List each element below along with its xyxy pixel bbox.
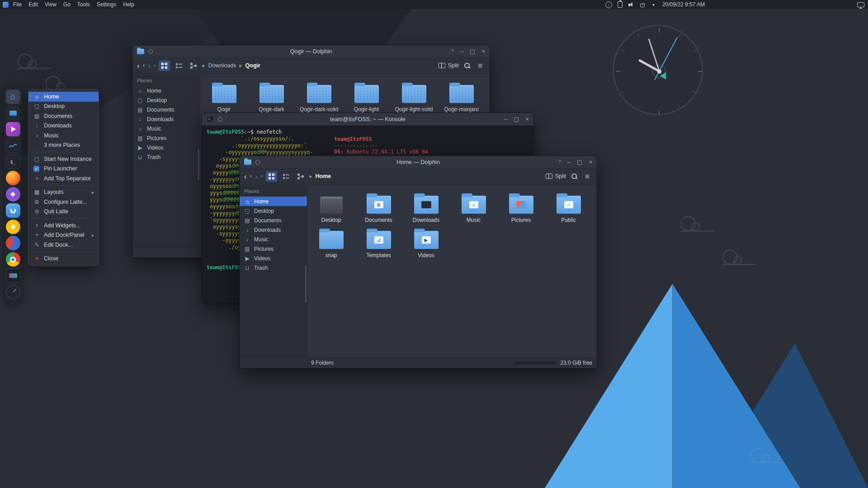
back-history-caret[interactable]: ▾ [143,63,145,68]
breadcrumb-qogir[interactable]: Qogir [245,62,260,69]
places-item-music[interactable]: ♪Music [240,235,307,244]
dock-item-system-monitor[interactable] [6,138,20,153]
folder-qogir-dark[interactable]: Qogir-dark [248,80,295,116]
compact-view-button[interactable] [280,171,292,182]
dock-item-chrome[interactable] [6,252,20,267]
context-item-close[interactable]: × Close [28,254,99,264]
folder-qogir[interactable]: Qogir [200,80,248,116]
context-item-more-places[interactable]: 3 more Places [28,141,99,150]
hamburger-menu-icon[interactable]: ≡ [475,62,485,70]
context-item-configure-latte[interactable]: ⚙ Configure Latte... [28,197,99,207]
pin-window-icon[interactable] [148,49,153,54]
places-item-videos[interactable]: ▶Videos [240,253,307,263]
dock-item-plasma-app[interactable] [6,187,20,202]
titlebar[interactable]: >_ team@ItsFOSS: ~ — Konsole – ▢ × [202,113,533,126]
folder-documents[interactable]: ≣Documents [355,191,402,226]
folder-music[interactable]: ♪Music [450,191,497,226]
dock-item-paint-app[interactable] [6,236,20,250]
menu-tools[interactable]: Tools [77,1,90,8]
menu-view[interactable]: View [45,1,57,8]
help-button[interactable]: ? [451,49,454,54]
back-history-caret[interactable]: ▾ [250,174,252,178]
folder-qogir-dark-solid[interactable]: Qogir-dark-solid [295,80,343,116]
maximize-button[interactable]: ▢ [577,159,582,165]
context-item-add-widgets[interactable]: + Add Widgets... [28,221,99,230]
places-item-desktop[interactable]: ▢Desktop [132,95,200,105]
context-item-quit-latte[interactable]: ⊘ Quit Latte [28,207,99,217]
split-button[interactable]: Split [546,173,566,179]
context-item-pin-launcher[interactable]: ✓ Pin Launcher [28,164,99,174]
details-view-button[interactable] [188,61,199,71]
places-item-trash[interactable]: ⊔Trash [132,152,200,162]
forward-button[interactable]: › [148,62,151,70]
places-item-downloads[interactable]: ↓Downloads [132,114,200,124]
folder-pictures[interactable]: Pictures [497,191,545,226]
dock-item-firefox[interactable] [6,171,20,185]
places-item-documents[interactable]: ▤Documents [240,216,307,225]
details-view-button[interactable] [295,171,306,182]
menu-go[interactable]: Go [63,1,71,8]
dock-item-terminal[interactable]: $_ [6,155,20,169]
minimize-button[interactable]: – [567,159,571,165]
split-button[interactable]: Split [439,62,459,69]
folder-qogir-manjaro[interactable]: Qogir-manjaro [438,80,485,116]
forward-button[interactable]: › [255,173,258,180]
titlebar[interactable]: Qogir — Dolphin ? – ▢ × [132,45,490,58]
places-item-desktop[interactable]: ▢Desktop [240,206,307,216]
minimize-button[interactable]: – [460,48,463,54]
dock-item-kvantum[interactable] [6,203,20,218]
places-item-pictures[interactable]: ▨Pictures [240,244,307,253]
breadcrumb-downloads[interactable]: Downloads [208,62,236,69]
places-scrollbar[interactable] [198,149,199,180]
hamburger-menu-icon[interactable]: ≡ [582,173,592,180]
search-icon[interactable] [462,62,472,69]
checked-checkbox-icon[interactable]: ✓ [33,166,39,172]
menu-settings[interactable]: Settings [97,1,116,8]
dock-item-screen-recorder[interactable] [6,268,20,283]
context-item-edit-dock[interactable]: ✎ Edit Dock... [28,240,99,250]
maximize-button[interactable]: ▢ [470,48,475,54]
places-item-trash[interactable]: ⊔Trash [240,263,307,272]
dock-item-system-gauge[interactable] [6,285,20,299]
forward-history-caret[interactable]: ▾ [261,174,263,178]
menu-file[interactable]: File [13,1,22,8]
maximize-button[interactable]: ▢ [514,116,519,122]
dock-item-file-manager[interactable] [6,106,20,120]
context-item-home[interactable]: ⌂ Home [28,92,99,102]
forward-history-caret[interactable]: ▾ [154,63,156,68]
folder-downloads[interactable]: Downloads [402,191,450,226]
icons-view-button[interactable] [159,61,170,71]
help-button[interactable]: ? [558,160,561,164]
menubar-clock[interactable]: 20/09/22 9:57 AM [662,1,705,8]
dock-item-color-app[interactable] [6,220,20,234]
volume-icon[interactable] [628,1,635,8]
context-item-new-instance[interactable]: ▢ Start New Instance [28,154,99,164]
titlebar[interactable]: Home — Dolphin ? – ▢ × [240,156,597,169]
dock-item-home[interactable]: ⌂ [6,89,20,104]
context-item-documents[interactable]: ▤ Documents [28,111,99,121]
folder-desktop[interactable]: Desktop [307,191,355,226]
folder-qogir-light-solid[interactable]: Qogir-light-solid [390,80,438,116]
places-item-videos[interactable]: ▶Videos [132,143,200,152]
compact-view-button[interactable] [173,61,184,71]
dock-item-media-player[interactable] [6,122,20,136]
context-item-layouts[interactable]: ▦ Layouts ▸ [28,188,99,197]
pin-window-icon[interactable] [218,117,222,122]
folder-templates[interactable]: ⊿Templates [355,226,402,262]
places-scrollbar[interactable] [305,265,307,302]
folder-snap[interactable]: snap [307,226,355,262]
app-icon[interactable] [3,2,9,8]
context-item-downloads[interactable]: ↓ Downloads [28,121,99,131]
clipboard-icon[interactable] [618,1,623,8]
tray-expand-icon[interactable]: ▾ [650,1,657,8]
places-item-music[interactable]: ♪Music [132,124,200,133]
back-button[interactable]: ‹ [244,173,247,180]
pin-window-icon[interactable] [255,160,260,164]
back-button[interactable]: ‹ [137,62,140,70]
close-button[interactable]: × [525,116,529,122]
minimize-button[interactable]: – [504,116,507,122]
places-item-home[interactable]: ⌂Home [240,197,307,206]
context-item-music[interactable]: ♪ Music [28,131,99,141]
places-item-pictures[interactable]: ▨Pictures [132,133,200,143]
places-item-downloads[interactable]: ↓Downloads [240,225,307,235]
